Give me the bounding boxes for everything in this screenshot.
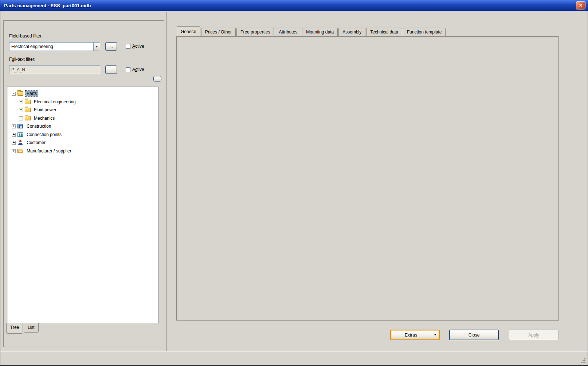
fulltext-filter-input [9,65,100,74]
tab-tree[interactable]: Tree [6,323,23,334]
close-button-label: Close [469,333,480,338]
expand-icon[interactable]: + [12,141,16,145]
apply-button-label: Apply [528,333,539,338]
folder-icon [25,100,31,104]
tree-item-label: Fluid power [33,107,58,113]
general-tab-page [176,36,559,321]
apply-button[interactable]: Apply [509,330,558,340]
expand-icon[interactable]: + [19,100,23,104]
tab-technical-data[interactable]: Technical data [366,28,402,36]
field-filter-active-label: Active [132,44,144,49]
tree-item-construction[interactable]: + Construction [12,123,52,130]
field-filter-value: Electrical engineering [11,44,53,49]
chevron-down-icon[interactable] [431,330,439,339]
folder-icon [25,108,31,112]
fulltext-filter-browse-button[interactable]: ... [105,65,117,74]
expand-icon[interactable]: + [12,124,16,128]
expand-icon[interactable]: + [19,116,23,120]
parts-management-window: Parts management - ESS_part001.mdb Field… [0,0,588,366]
tree-item-parts[interactable]: - Parts [12,90,38,97]
customer-icon [17,140,23,145]
tree-item-mechanics[interactable]: + Mechanics [19,115,56,122]
small-toggle-button[interactable] [153,76,161,81]
field-filter-select[interactable]: Electrical engineering [9,42,100,51]
parts-tree[interactable]: - Parts + Electrical engineering + Fluid… [7,87,158,323]
tree-item-label: Customer [26,140,47,146]
collapse-icon[interactable]: - [12,92,16,96]
bottom-separator [0,351,588,351]
close-icon[interactable] [576,1,585,9]
detail-tab-strip: General Prices / Other Free properties A… [177,26,446,36]
tab-prices-other[interactable]: Prices / Other [201,28,236,36]
tab-mounting-data[interactable]: Mounting data [302,28,338,36]
title-bar: Parts management - ESS_part001.mdb [0,0,588,11]
tab-general[interactable]: General [177,26,200,36]
tree-item-label: Connection points [26,132,63,138]
expand-icon[interactable]: + [12,149,16,153]
tree-item-label: Parts [26,91,38,96]
tab-function-template[interactable]: Function template [403,28,446,36]
construction-icon [17,124,23,128]
field-filter-active-checkbox[interactable] [126,44,130,49]
tab-list[interactable]: List [24,323,39,333]
expand-icon[interactable]: + [12,133,16,137]
dropdown-arrow-icon[interactable] [93,43,100,51]
extras-button-label: Extras [391,333,431,338]
tab-assembly[interactable]: Assembly [338,28,365,36]
expand-icon[interactable]: + [19,108,23,112]
tree-item-fluid-power[interactable]: + Fluid power [19,106,58,114]
close-button[interactable]: Close [449,330,499,340]
fulltext-filter-active-checkbox[interactable] [126,67,130,72]
field-filter-browse-button[interactable]: ... [105,42,117,51]
manufacturer-icon [17,149,23,153]
folder-open-icon [17,91,23,96]
tree-item-customer[interactable]: + Customer [12,139,47,146]
tree-item-connection-points[interactable]: + Connection points [12,131,63,138]
panel-divider[interactable] [166,12,168,351]
connection-points-icon [17,132,23,137]
tab-free-properties[interactable]: Free properties [236,28,274,36]
fulltext-filter-active-label: Active [132,67,144,72]
tree-item-label: Mechanics [33,115,56,121]
tab-attributes[interactable]: Attributes [275,28,301,36]
extras-button[interactable]: Extras [390,330,440,340]
tree-item-label: Manufacturer / supplier [26,148,72,154]
folder-icon [25,116,31,120]
tree-item-electrical-engineering[interactable]: + Electrical engineering [19,98,77,106]
resize-grip[interactable] [581,358,586,363]
tree-item-label: Electrical engineering [33,99,77,105]
field-filter-label: Field-based filter: [9,33,43,39]
window-title: Parts management - ESS_part001.mdb [4,3,91,8]
tree-item-manufacturer-supplier[interactable]: + Manufacturer / supplier [12,147,72,155]
tree-item-label: Construction [26,123,52,129]
fulltext-filter-label: Full-text filter: [9,57,35,62]
